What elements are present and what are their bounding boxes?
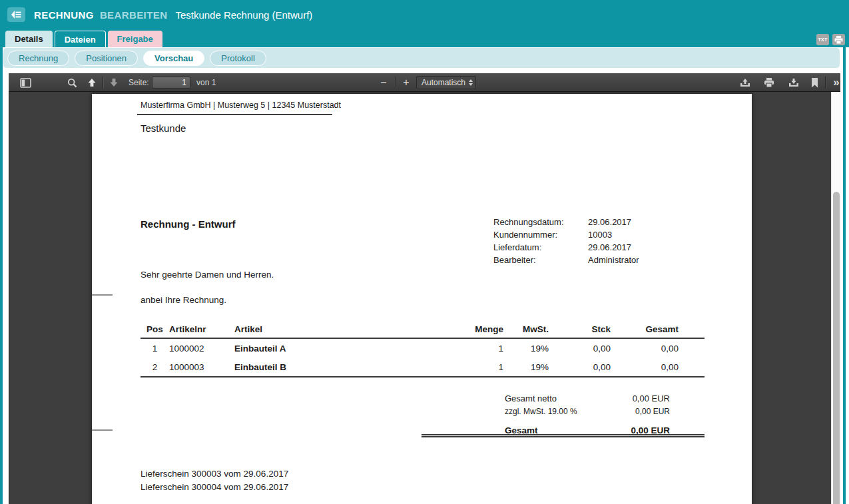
delivery-note-line: Lieferschein 300003 vom 29.06.2017 <box>141 467 288 481</box>
meta-label: Rechnungsdatum: <box>493 217 588 227</box>
meta-row: Bearbeiter: Administrator <box>493 254 639 266</box>
cell-menge: 1 <box>465 358 503 377</box>
cell-pos: 2 <box>141 358 169 377</box>
chevron-updown-icon <box>469 79 473 86</box>
grand-total-rule <box>422 434 705 437</box>
cell-mwst: 19% <box>503 338 549 358</box>
page-label: Seite: <box>129 73 149 92</box>
col-header: Pos <box>141 320 169 338</box>
totals-value: 0,00 EUR <box>633 393 670 403</box>
arrow-up-icon <box>87 78 97 87</box>
subtab-rechnung[interactable]: Rechnung <box>7 51 69 66</box>
cell-artikelnr: 1000002 <box>169 338 234 358</box>
main-tab-bar: Details Dateien Freigabe TXT <box>0 29 849 47</box>
zoom-mode-select[interactable]: Automatisch <box>416 76 476 89</box>
meta-row: Kundennummer: 10003 <box>493 228 639 241</box>
fold-mark <box>92 294 113 296</box>
sidebar-toggle-button[interactable] <box>17 75 34 90</box>
bookmark-icon <box>811 78 818 88</box>
tab-actions: TXT <box>816 34 845 45</box>
col-header: MwSt. <box>503 320 549 338</box>
more-tools-button[interactable]: » <box>828 75 844 90</box>
invoice-items-table: Pos Artikelnr Artikel Menge MwSt. Stck G… <box>141 320 705 378</box>
download-icon <box>788 78 799 88</box>
meta-row: Rechnungsdatum: 29.06.2017 <box>493 216 639 228</box>
print-button[interactable] <box>832 34 845 45</box>
tab-details[interactable]: Details <box>5 31 53 47</box>
arrow-down-icon <box>109 78 119 87</box>
app-frame-right <box>843 47 846 504</box>
meta-value: 10003 <box>588 230 612 240</box>
page-title: RECHNUNG <box>34 9 94 21</box>
meta-label: Lieferdatum: <box>493 242 588 252</box>
app-window: RECHNUNG BEARBEITEN Testkunde Rechnung (… <box>0 0 849 504</box>
cell-mwst: 19% <box>503 358 549 377</box>
cell-gesamt: 0,00 <box>611 358 679 377</box>
sender-line: Musterfirma GmbH | Musterweg 5 | 12345 M… <box>141 101 341 110</box>
meta-value: 29.06.2017 <box>588 217 631 227</box>
toolbar-separator <box>395 77 396 89</box>
invoice-title: Rechnung - Entwurf <box>141 218 236 230</box>
table-row: 1 1000002 Einbauteil A 1 19% 0,00 0,00 <box>141 338 705 358</box>
toolbar-separator <box>825 77 826 89</box>
txt-file-icon: TXT <box>818 37 828 42</box>
totals-value: 0,00 EUR <box>635 407 670 416</box>
tab-dateien[interactable]: Dateien <box>55 31 106 47</box>
top-header: RECHNUNG BEARBEITEN Testkunde Rechnung (… <box>0 0 849 29</box>
previous-page-button[interactable] <box>84 75 100 90</box>
page-input[interactable] <box>152 77 190 89</box>
subtab-vorschau[interactable]: Vorschau <box>143 51 204 66</box>
search-button[interactable] <box>63 75 81 90</box>
cell-pos: 1 <box>141 338 169 358</box>
totals-block: Gesamt netto 0,00 EUR zzgl. MwSt. 19.00 … <box>505 391 670 437</box>
bookmark-button[interactable] <box>807 75 822 90</box>
sidebar-toggle-icon <box>20 78 31 88</box>
meta-label: Kundennummer: <box>493 230 588 240</box>
open-file-button[interactable] <box>736 75 754 90</box>
toolbar-separator <box>103 77 103 89</box>
next-page-button[interactable] <box>106 75 122 90</box>
tab-freigabe[interactable]: Freigabe <box>108 31 162 47</box>
cell-artikel: Einbauteil A <box>234 338 465 358</box>
printer-icon <box>834 36 843 44</box>
recipient-name: Testkunde <box>141 123 186 134</box>
printer-icon <box>764 78 774 87</box>
subtab-positionen[interactable]: Positionen <box>75 51 138 66</box>
zoom-in-button[interactable]: + <box>399 75 414 90</box>
zoom-out-button[interactable]: − <box>376 75 391 90</box>
cell-stck: 0,00 <box>549 358 611 377</box>
totals-row: Gesamt netto 0,00 EUR <box>505 391 670 405</box>
table-header-row: Pos Artikelnr Artikel Menge MwSt. Stck G… <box>141 320 705 338</box>
page-count: von 1 <box>196 73 216 92</box>
pdf-canvas-area[interactable]: Musterfirma GmbH | Musterweg 5 | 12345 M… <box>9 92 831 504</box>
totals-row: zzgl. MwSt. 19.00 % 0,00 EUR <box>505 405 670 418</box>
meta-label: Bearbeiter: <box>493 255 588 265</box>
download-button[interactable] <box>785 75 802 90</box>
col-header: Gesamt <box>611 320 679 338</box>
cell-gesamt: 0,00 <box>611 338 679 358</box>
sender-rule <box>137 114 332 115</box>
search-icon <box>67 78 77 88</box>
table-row: 2 1000003 Einbauteil B 1 19% 0,00 0,00 <box>141 358 705 377</box>
back-to-list-button[interactable] <box>7 7 25 22</box>
scrollbar-thumb[interactable] <box>833 192 840 504</box>
print-pdf-button[interactable] <box>760 75 778 90</box>
intro-line: anbei Ihre Rechnung. <box>141 295 226 305</box>
delivery-note-line: Lieferschein 300004 vom 29.06.2017 <box>141 481 288 494</box>
col-header: Artikelnr <box>169 320 234 338</box>
invoice-meta: Rechnungsdatum: 29.06.2017 Kundennummer:… <box>493 216 639 266</box>
back-list-icon <box>11 10 22 19</box>
pdf-viewer: Seite: von 1 − + Automatisch <box>9 73 840 504</box>
cell-artikelnr: 1000003 <box>169 358 234 377</box>
col-header: Artikel <box>234 320 465 338</box>
txt-export-button[interactable]: TXT <box>816 34 829 45</box>
delivery-note-lines: Lieferschein 300003 vom 29.06.2017 Liefe… <box>141 467 288 494</box>
totals-label: zzgl. MwSt. 19.00 % <box>505 407 635 416</box>
vertical-scrollbar[interactable] <box>831 92 841 504</box>
subtab-protokoll[interactable]: Protokoll <box>210 51 266 66</box>
cell-stck: 0,00 <box>549 338 611 358</box>
col-header: Menge <box>465 320 503 338</box>
mode-label: BEARBEITEN <box>100 9 168 21</box>
meta-value: 29.06.2017 <box>588 242 631 252</box>
totals-label: Gesamt netto <box>505 393 633 403</box>
